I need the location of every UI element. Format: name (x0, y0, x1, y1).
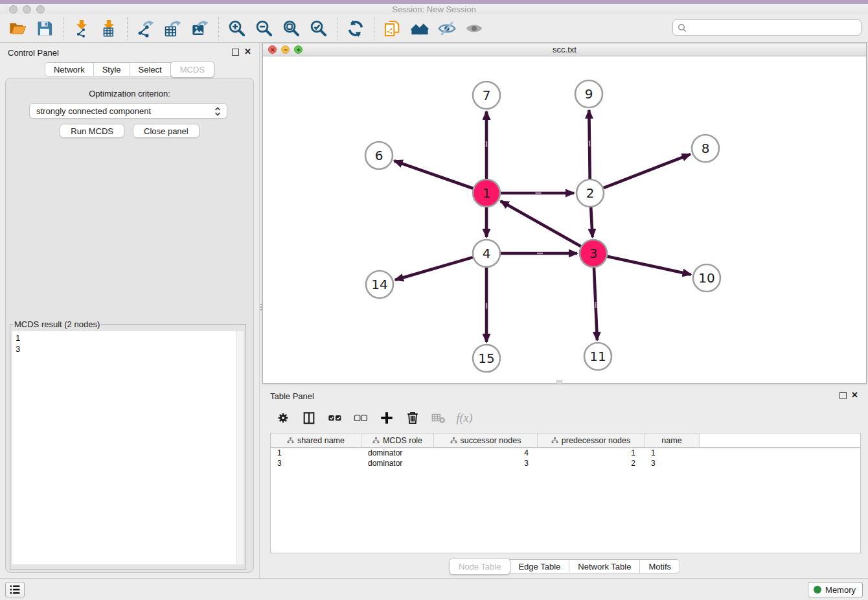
table-tab-node-table[interactable]: Node Table (449, 558, 511, 575)
network-graph[interactable]: 7968124314101511 (263, 56, 866, 383)
close-table-panel-icon[interactable]: ✕ (851, 390, 858, 400)
application-window: Session: New Session Control Panel ✕ Net… (0, 0, 868, 600)
save-icon (36, 19, 54, 38)
memory-status-icon (814, 586, 821, 594)
run-mcds-button[interactable]: Run MCDS (60, 124, 124, 138)
cell[interactable]: 2 (538, 459, 645, 468)
column-header-name[interactable]: name (645, 433, 700, 447)
horizontal-splitter-handle[interactable] (556, 380, 562, 384)
clone-network-button[interactable] (379, 16, 406, 41)
open-button[interactable] (4, 16, 31, 41)
zoom-in-button[interactable] (223, 16, 251, 41)
zoom-out-button[interactable] (251, 16, 278, 41)
table-tab-network-table[interactable]: Network Table (569, 560, 640, 573)
node-2[interactable]: 2 (577, 179, 604, 207)
edge-label-mark (537, 253, 543, 254)
cell[interactable]: dominator (361, 448, 434, 457)
search-box[interactable] (672, 19, 862, 36)
add-icon (380, 411, 394, 425)
cell[interactable]: 3 (645, 459, 700, 468)
tab-network[interactable]: Network (45, 63, 94, 76)
cell[interactable]: 3 (271, 459, 361, 468)
table-tab-group: Node TableEdge TableNetwork TableMotifs (449, 559, 680, 573)
import-network-button[interactable] (68, 16, 95, 41)
network-title: scc.txt (263, 45, 866, 54)
cell[interactable]: 1 (271, 448, 361, 457)
cell[interactable]: 4 (434, 448, 538, 457)
list-icon (8, 584, 21, 595)
cell[interactable]: 1 (645, 448, 700, 457)
export-network-button[interactable] (132, 16, 159, 41)
edge-2-3[interactable] (591, 207, 592, 237)
node-15[interactable]: 15 (473, 345, 500, 372)
edge-1-6[interactable] (394, 161, 474, 188)
table-tab-motifs[interactable]: Motifs (640, 560, 680, 573)
zoom-selected-icon (310, 19, 328, 38)
cell[interactable]: 3 (434, 459, 538, 468)
network-window: scc.txt 7968124314101511 (262, 43, 867, 384)
float-panel-icon[interactable] (232, 49, 239, 56)
tab-select[interactable]: Select (130, 63, 171, 76)
network-canvas[interactable]: 7968124314101511 (263, 56, 866, 383)
import-table-button[interactable] (95, 16, 122, 41)
zoom-fit-button[interactable] (278, 16, 305, 41)
cell[interactable]: 1 (538, 448, 645, 457)
cell[interactable]: dominator (361, 459, 434, 468)
node-4[interactable]: 4 (473, 240, 500, 267)
refresh-button[interactable] (342, 16, 369, 41)
export-table-button[interactable] (159, 16, 187, 41)
table-row-1[interactable]: 1dominator411 (271, 448, 860, 458)
column-header-MCDS-role[interactable]: MCDS role (361, 433, 434, 447)
export-image-button[interactable] (187, 16, 214, 41)
hide-details-button[interactable] (433, 16, 461, 41)
node-3[interactable]: 3 (580, 240, 607, 267)
node-14[interactable]: 14 (366, 271, 393, 298)
tab-style[interactable]: Style (94, 63, 130, 76)
node-1[interactable]: 1 (473, 179, 500, 207)
add-button[interactable] (375, 406, 398, 430)
result-scrollbar[interactable] (236, 331, 244, 564)
close-panel-icon[interactable]: ✕ (244, 47, 251, 57)
optimization-select[interactable]: strongly connected component (29, 103, 227, 119)
node-11[interactable]: 11 (584, 343, 611, 370)
search-input[interactable] (687, 21, 861, 34)
task-history-button[interactable] (5, 582, 25, 597)
column-header-successor-nodes[interactable]: successor nodes (434, 433, 538, 447)
save-button[interactable] (31, 16, 58, 41)
main-toolbar (0, 14, 868, 43)
zoom-selected-button[interactable] (305, 16, 332, 41)
svg-text:15: 15 (478, 351, 494, 366)
node-6[interactable]: 6 (365, 142, 393, 169)
zoom-out-icon (255, 19, 273, 38)
select-stepper-icon (213, 106, 222, 117)
select-all-button[interactable] (323, 406, 347, 430)
edge-3-1[interactable] (501, 201, 581, 246)
columns-button[interactable] (297, 406, 321, 430)
close-panel-button[interactable]: Close panel (133, 124, 200, 138)
mcds-result-area[interactable]: 1 3 (12, 331, 244, 564)
table-tab-edge-table[interactable]: Edge Table (510, 560, 569, 573)
delete-button[interactable] (401, 406, 424, 430)
edge-4-14[interactable] (395, 257, 473, 280)
edge-2-8[interactable] (604, 154, 691, 188)
deselect-all-button[interactable] (349, 406, 372, 430)
table-row-2[interactable]: 3dominator323 (271, 458, 860, 468)
network-window-titlebar[interactable]: scc.txt (263, 43, 866, 56)
column-header-predecessor-nodes[interactable]: predecessor nodes (538, 433, 645, 447)
node-7[interactable]: 7 (473, 82, 500, 109)
node-9[interactable]: 9 (575, 80, 602, 108)
node-10[interactable]: 10 (693, 264, 720, 292)
column-header-shared-name[interactable]: shared name (271, 433, 361, 447)
home-button[interactable] (406, 16, 433, 41)
float-table-panel-icon[interactable] (839, 392, 847, 399)
edge-3-10[interactable] (607, 257, 691, 275)
refresh-icon (347, 19, 365, 38)
memory-button[interactable]: Memory (808, 582, 863, 597)
control-panel-tabs: NetworkStyleSelectMCDS (0, 62, 259, 76)
tab-mcds[interactable]: MCDS (170, 61, 214, 78)
column-type-icon (551, 437, 558, 444)
hide-details-icon (438, 19, 456, 38)
settings-button[interactable] (271, 406, 295, 430)
node-8[interactable]: 8 (692, 135, 719, 162)
zoom-fit-icon (282, 19, 301, 38)
